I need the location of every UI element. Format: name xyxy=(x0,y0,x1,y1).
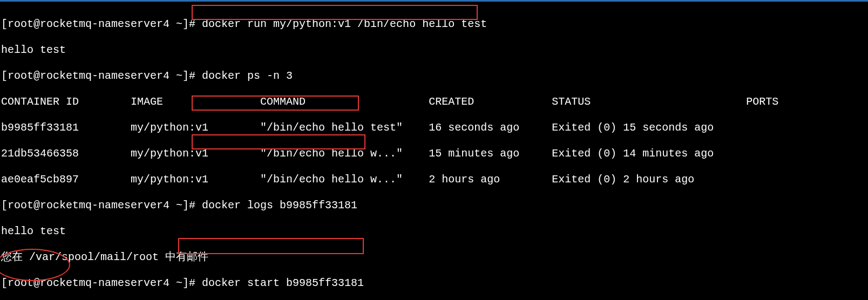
table-row: b9985ff33181 my/python:v1 "/bin/echo hel… xyxy=(1,121,867,134)
table-row: 21db53466358 my/python:v1 "/bin/echo hel… xyxy=(1,147,867,160)
cmd-line: [root@rocketmq-nameserver4 ~]# docker ps… xyxy=(1,70,867,83)
cmd-line: [root@rocketmq-nameserver4 ~]# docker ru… xyxy=(1,18,867,31)
command-text: docker start b9985ff33181 xyxy=(202,277,364,289)
command-text: docker run my/python:v1 /bin/echo hello … xyxy=(202,18,487,30)
terminal-output[interactable]: [root@rocketmq-nameserver4 ~]# docker ru… xyxy=(0,2,868,300)
cmd-line: [root@rocketmq-nameserver4 ~]# docker st… xyxy=(1,277,867,290)
mail-notice: 您在 /var/spool/mail/root 中有邮件 xyxy=(1,251,867,264)
prompt: [root@rocketmq-nameserver4 ~]# xyxy=(1,70,202,82)
command-text: docker logs b9985ff33181 xyxy=(202,199,357,212)
output-line: hello test xyxy=(1,225,867,238)
prompt: [root@rocketmq-nameserver4 ~]# xyxy=(1,277,202,289)
prompt: [root@rocketmq-nameserver4 ~]# xyxy=(1,199,202,212)
output-line: hello test xyxy=(1,44,867,57)
table-row: ae0eaf5cb897 my/python:v1 "/bin/echo hel… xyxy=(1,173,867,186)
prompt: [root@rocketmq-nameserver4 ~]# xyxy=(1,18,202,30)
command-text: docker ps -n 3 xyxy=(202,70,293,82)
cmd-line: [root@rocketmq-nameserver4 ~]# docker lo… xyxy=(1,199,867,212)
table-header: CONTAINER ID IMAGE COMMAND CREATED STATU… xyxy=(1,96,867,108)
